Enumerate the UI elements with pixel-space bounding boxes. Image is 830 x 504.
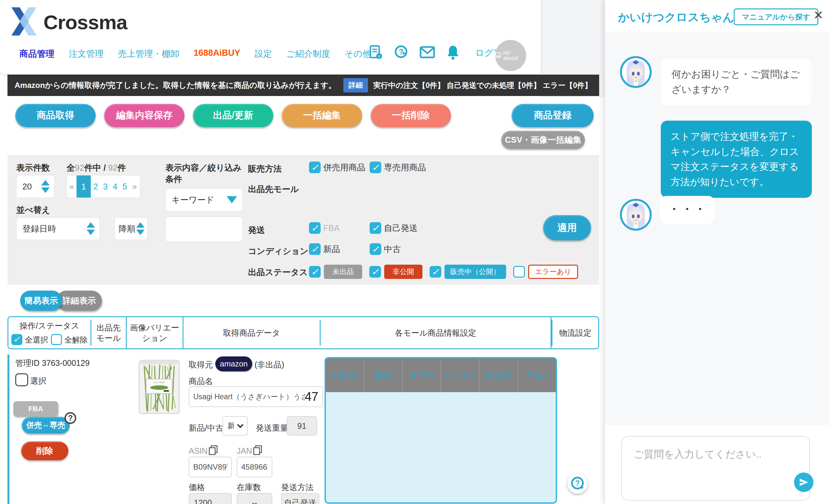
tab-qoo10[interactable]: Qoo10 — [480, 358, 518, 392]
tab-mercari[interactable]: メルカリ — [441, 358, 480, 392]
nav-sales-management[interactable]: 売上管理・棚卸 — [118, 48, 179, 60]
nav-order-management[interactable]: 注文管理 — [69, 48, 104, 60]
checkbox-used[interactable] — [370, 243, 381, 255]
chat-question-input[interactable] — [621, 436, 810, 501]
keyword-input[interactable] — [165, 217, 243, 242]
bulk-delete-button[interactable]: 一括削除 — [371, 104, 451, 127]
jan-copy-icon[interactable] — [253, 445, 261, 454]
page-5[interactable]: 5 — [120, 182, 130, 192]
filter-panel: 表示件数 20 全92件中 / 92件 « 1 2 3 4 5 » 並べ替え 登… — [7, 155, 599, 285]
column-product-data: 取得商品データ — [184, 317, 320, 348]
help-icon[interactable]: ? — [393, 45, 409, 61]
user-avatar-no-image[interactable]: NO IMAGE — [495, 40, 526, 71]
page-4[interactable]: 4 — [110, 182, 120, 192]
nav-settings[interactable]: 設定 — [255, 48, 272, 60]
page-next[interactable]: » — [130, 182, 139, 192]
checkbox-fba[interactable] — [309, 222, 321, 234]
checkbox-new[interactable] — [309, 243, 321, 255]
deselect-all-checkbox[interactable] — [51, 334, 62, 345]
deselect-all-label: 全解除 — [65, 335, 88, 345]
column-mall-settings: 各モール商品情報設定 — [321, 317, 551, 348]
nav-others[interactable]: その他 — [345, 48, 371, 60]
tab-rakuten[interactable]: 楽天 — [364, 358, 403, 392]
nav-referral[interactable]: ご紹介制度 — [286, 48, 330, 60]
typing-indicator: ・・・ — [660, 196, 714, 224]
detail-button[interactable]: 詳細 — [343, 78, 368, 92]
manual-search-button[interactable]: マニュアルから探す — [734, 8, 818, 25]
stock-value-box: -- — [237, 493, 272, 504]
csv-image-bulk-edit-button[interactable]: CSV・画像一括編集 — [501, 131, 585, 149]
floating-help-button[interactable]: ? — [567, 474, 587, 494]
keyword-select[interactable]: キーワード — [165, 188, 243, 212]
row-select-checkbox[interactable] — [15, 373, 28, 386]
checkbox-combined-sale[interactable] — [309, 161, 321, 173]
svg-text:DAILY GREEN: DAILY GREEN — [154, 381, 165, 383]
bell-icon[interactable] — [446, 45, 460, 61]
exclusive-sale-label: 専売用商品 — [384, 162, 426, 173]
order-arrows-icon[interactable] — [136, 222, 147, 235]
listing-status-label: 出品ステータス — [248, 266, 308, 278]
stepper-arrows-icon[interactable] — [41, 180, 54, 193]
mall-tabs: Yahoo! 楽天 auPAY メルカリ Qoo10 Shop — [326, 358, 556, 392]
asin-input[interactable]: B09NV89V — [189, 456, 232, 477]
product-row: 管理ID 3763-000129 選択 FBA 併売⇔専売 ? 削除 — [7, 354, 599, 504]
fetch-products-button[interactable]: 商品取得 — [15, 104, 96, 127]
image-placeholder-icon — [495, 53, 501, 58]
delete-product-button[interactable]: 削除 — [21, 441, 68, 460]
tab-aupay[interactable]: auPAY — [403, 358, 441, 392]
checkbox-unlisted[interactable] — [309, 266, 321, 278]
apply-button[interactable]: 適用 — [543, 215, 591, 240]
checkbox-private[interactable] — [369, 266, 381, 278]
tab-yahoo[interactable]: Yahoo! — [326, 358, 364, 392]
nav-product-management[interactable]: 商品管理 — [20, 48, 55, 60]
badge-unlisted: 未出品 — [324, 265, 362, 279]
bot-avatar — [619, 56, 652, 88]
checkbox-self-shipping[interactable] — [370, 222, 381, 234]
crossma-app: Crossma 商品管理 注文管理 売上管理・棚卸 1688AiBUY 設定 ご… — [0, 0, 830, 504]
publish-update-button[interactable]: 出品/更新 — [193, 104, 273, 127]
product-image: DAILY GREEN — [138, 358, 181, 417]
sort-order-select[interactable]: 降順 — [115, 217, 148, 240]
condition-label: 新品/中古 — [189, 422, 223, 433]
news-document-icon[interactable]: i — [369, 45, 383, 61]
condition-value: 新 — [228, 421, 235, 431]
sort-field-select[interactable]: 登録日時 — [16, 217, 100, 240]
table-header: 操作/ステータス 全選択 全解除 出品先モール 画像バリエーション 取得商品デー… — [7, 316, 599, 349]
column-logistics: 物流設定 — [552, 317, 598, 348]
asin-copy-icon[interactable] — [209, 445, 217, 454]
bulk-edit-button[interactable]: 一括編集 — [282, 104, 362, 127]
jan-input[interactable]: 45896628 — [237, 456, 272, 477]
display-count-label: 表示件数 — [16, 162, 50, 174]
checkbox-exclusive-sale[interactable] — [370, 161, 381, 173]
page-3[interactable]: 3 — [100, 182, 110, 192]
condition-select[interactable]: 新 — [222, 416, 248, 436]
product-name-input[interactable]: Usagi Heart（うさぎハート）うさ 47 — [189, 386, 323, 407]
column-mall: 出品先モール — [91, 317, 127, 348]
tab-shop[interactable]: Shop — [518, 358, 556, 392]
mail-icon[interactable] — [419, 45, 435, 60]
save-edits-button[interactable]: 編集内容保存 — [104, 104, 185, 127]
checkbox-selling[interactable] — [429, 266, 441, 278]
content-filter-label: 表示内容／絞り込み条件 — [165, 162, 245, 185]
sort-field-value: 登録日時 — [22, 223, 56, 234]
send-button[interactable] — [794, 473, 813, 492]
register-product-button[interactable]: 商品登録 — [512, 104, 594, 127]
nav-1688aibuy[interactable]: 1688AiBUY — [194, 48, 240, 60]
bot-avatar-typing — [619, 198, 652, 231]
checkbox-has-error[interactable] — [513, 266, 525, 278]
detail-view-button[interactable]: 詳細表示 — [56, 291, 102, 311]
name-char-count: 47 — [305, 390, 318, 404]
close-icon[interactable]: × — [814, 7, 823, 23]
combined-exclusive-toggle-button[interactable]: 併売⇔専売 — [22, 417, 70, 434]
sort-arrows-icon[interactable] — [87, 222, 99, 235]
fba-label: FBA — [323, 223, 340, 233]
column-operations: 操作/ステータス 全選択 全解除 — [8, 317, 91, 348]
select-all-checkbox[interactable] — [11, 334, 22, 345]
page-2[interactable]: 2 — [91, 182, 100, 192]
page-prev[interactable]: « — [67, 182, 76, 192]
toggle-help-icon[interactable]: ? — [65, 412, 76, 424]
page-1-active[interactable]: 1 — [76, 176, 91, 197]
display-count-stepper[interactable]: 20 — [16, 175, 55, 198]
simple-view-button[interactable]: 簡易表示 — [20, 291, 62, 311]
mall-settings-panel: Yahoo! 楽天 auPAY メルカリ Qoo10 Shop — [324, 357, 557, 504]
